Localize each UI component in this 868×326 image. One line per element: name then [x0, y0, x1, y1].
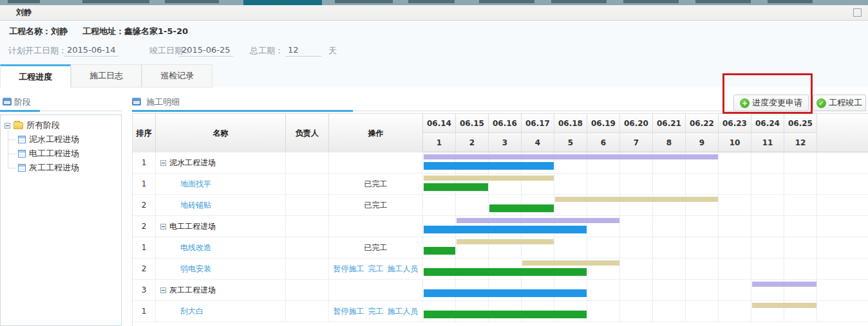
stage-tree: 所有阶段 泥水工程进场 电工工程进场 灰工工程进场: [1, 115, 121, 325]
tab-2[interactable]: 施工日志: [71, 64, 142, 87]
day-number: 6: [587, 133, 620, 152]
date-label: 06.16: [489, 114, 522, 133]
tree-item[interactable]: 电工工程进场: [18, 147, 79, 160]
construction-detail-table: 排序 名称 负责人 操作 06.14 1 06.15 2 06.16 3 06.…: [132, 113, 868, 326]
tree-guide-line: [8, 140, 16, 140]
action-link[interactable]: 施工人员: [388, 307, 419, 316]
action-link[interactable]: 完工: [368, 307, 384, 316]
plan-task-bar: [555, 197, 718, 202]
tree-item[interactable]: 泥水工程进场: [18, 133, 79, 146]
date-column-header: 06.21 8: [653, 114, 686, 152]
collapse-icon[interactable]: [160, 160, 166, 166]
actual-task-bar: [424, 183, 488, 191]
row-order: 2: [133, 216, 156, 237]
tree-item[interactable]: 灰工工程进场: [18, 161, 79, 174]
row-gantt-cell: [423, 195, 868, 215]
date-label: 06.22: [686, 114, 719, 133]
topnav-item[interactable]: [768, 0, 813, 3]
table-body: 1 泥水工程进场 1 地面找平 已完工 2 地砖铺贴 已完工 2 电工工程进场 …: [133, 152, 868, 322]
status-text: 已完工: [364, 243, 388, 252]
task-name-link[interactable]: 刮大白: [156, 307, 203, 316]
row-owner-cell: [286, 237, 329, 258]
task-name-link[interactable]: 电线改造: [156, 243, 211, 252]
row-gantt-cell: [423, 280, 868, 300]
day-number: 11: [751, 133, 784, 152]
topnav-item[interactable]: [695, 0, 751, 3]
topnav-item[interactable]: [408, 0, 455, 3]
table-row: 1 刮大白 暂停施工完工施工人员: [133, 301, 868, 322]
table-row: 2 电工工程进场: [133, 216, 868, 237]
date-label: 06.24: [751, 114, 784, 133]
action-link[interactable]: 施工人员: [388, 264, 419, 273]
date-column-header: 06.14 1: [423, 114, 456, 152]
topnav-item[interactable]: [623, 0, 679, 3]
panel-icon: [132, 98, 141, 105]
tree-root-node[interactable]: 所有阶段: [5, 119, 60, 132]
topnav-item[interactable]: [551, 0, 607, 3]
duration-label: 总工期：: [250, 45, 283, 57]
group-name: 泥水工程进场: [169, 152, 216, 173]
row-action-cell: 暂停施工完工施工人员: [329, 258, 423, 279]
day-number: 7: [620, 133, 653, 152]
collapse-expander-icon[interactable]: [5, 123, 10, 129]
stage-tree-panel: 所有阶段 泥水工程进场 电工工程进场 灰工工程进场: [0, 114, 122, 326]
stage-section-header: 阶段: [0, 94, 122, 111]
action-link[interactable]: 暂停施工: [334, 307, 364, 316]
topnav-item[interactable]: [82, 0, 149, 3]
duration-input[interactable]: 12: [285, 45, 321, 57]
folder-icon: [14, 122, 23, 129]
table-icon: [18, 136, 26, 143]
finish-date-input[interactable]: 2015-06-25: [179, 45, 233, 57]
tab-3[interactable]: 巡检记录: [142, 64, 212, 87]
plan-start-input[interactable]: 2015-06-14: [64, 45, 118, 57]
tab-1[interactable]: 工程进度: [0, 64, 71, 87]
collapse-icon[interactable]: [160, 224, 166, 230]
topnav-item[interactable]: [479, 0, 534, 3]
date-column-header: 06.25 12: [784, 114, 817, 152]
row-order: 1: [133, 237, 156, 258]
detail-accent-bar: [132, 110, 353, 112]
maximize-icon[interactable]: [853, 8, 862, 17]
actual-group-bar: [424, 289, 587, 297]
date-column-header: 06.19 6: [587, 114, 620, 152]
plan-start-label: 计划开工日期：: [8, 45, 67, 57]
row-action-cell: [329, 216, 423, 237]
project-name: 工程名称：刘静: [9, 26, 68, 37]
row-action-cell: 暂停施工完工施工人员: [329, 301, 423, 321]
table-row: 1 电线改造 已完工: [133, 237, 868, 258]
project-dates-row: 计划开工日期： 2015-06-14 竣工日期： 2015-06-25 总工期：…: [0, 45, 868, 60]
table-icon: [18, 150, 26, 158]
day-number: 5: [554, 133, 587, 152]
table-row: 1 泥水工程进场: [133, 152, 868, 174]
date-column-header: 06.22 9: [686, 114, 719, 152]
row-name-cell: 电工工程进场: [156, 216, 286, 237]
header-action: 操作: [329, 114, 423, 152]
row-gantt-cell: [423, 152, 868, 173]
actual-group-bar: [424, 226, 587, 233]
tree-guide-line: [8, 154, 16, 154]
row-owner-cell: [286, 174, 329, 194]
topnav-active-item[interactable]: [243, 0, 322, 5]
row-owner-cell: [286, 301, 329, 321]
row-action-cell: [329, 152, 423, 173]
project-complete-button[interactable]: ✓ 工程竣工: [813, 95, 866, 111]
row-owner-cell: [286, 258, 329, 279]
plan-task-bar: [522, 260, 619, 266]
task-name-link[interactable]: 地砖铺贴: [156, 201, 211, 210]
date-label: 06.19: [587, 114, 620, 133]
plan-task-bar: [457, 239, 554, 244]
action-link[interactable]: 暂停施工: [334, 264, 364, 273]
topnav-item[interactable]: [8, 0, 40, 3]
topnav-item[interactable]: [335, 0, 393, 3]
row-action-cell: 已完工: [329, 237, 423, 258]
date-column-header: 06.24 11: [751, 114, 784, 152]
topnav-item[interactable]: [165, 0, 219, 3]
task-name-link[interactable]: 弱电安装: [156, 264, 211, 273]
row-owner-cell: [286, 195, 329, 215]
task-name-link[interactable]: 地面找平: [156, 179, 211, 188]
row-order: 3: [133, 280, 156, 300]
tree-item-label: 电工工程进场: [29, 148, 79, 159]
collapse-icon[interactable]: [160, 287, 166, 293]
date-column-header: 06.18 5: [554, 114, 587, 152]
action-link[interactable]: 完工: [368, 264, 384, 273]
